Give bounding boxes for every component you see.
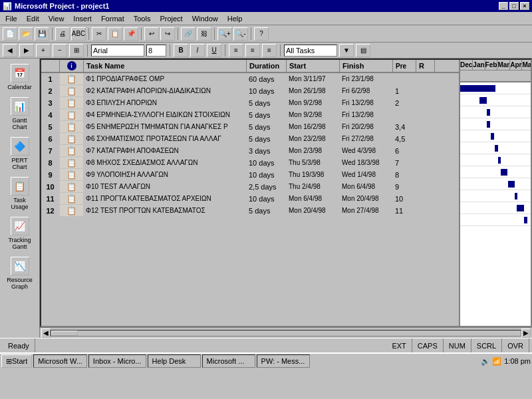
taskbar-clock: 🔊 📶 1:08 pm — [481, 357, 531, 366]
row-finish: Wed 18/3/98 — [340, 157, 393, 168]
taskbar-item-4[interactable]: PW: - Mess... — [257, 354, 310, 368]
menu-format[interactable]: Format — [97, 13, 128, 24]
scroll-right[interactable]: ▶ — [521, 329, 531, 338]
sidebar-item-pert[interactable]: 🔷 PERTChart — [3, 134, 37, 173]
table-row[interactable]: 1 📋 Φ1 ΠΡΟΔΙΑΓΡΑΦΕΣ ΟΜΡ 60 days Mon 3/11… — [41, 73, 459, 85]
row-finish: Mon 27/4/98 — [340, 205, 393, 216]
start-button[interactable]: ⊞ Start — [1, 354, 32, 368]
spell-button[interactable]: ABC — [71, 27, 86, 41]
sidebar-item-resource[interactable]: 📉 ResourceGraph — [3, 254, 37, 293]
scrollbar-thumb[interactable] — [51, 331, 78, 336]
menu-insert[interactable]: Insert — [69, 13, 96, 24]
scrollbar-track[interactable] — [51, 330, 521, 336]
underline-button[interactable]: U — [207, 44, 221, 57]
gantt-row — [460, 154, 531, 166]
copy-button[interactable]: 📋 — [108, 27, 122, 41]
row-start: Thu 5/3/98 — [287, 157, 340, 168]
paste-button[interactable]: 📌 — [124, 27, 138, 41]
row-name: Φ9 ΥΛΟΠΟΙΗΣΗ ΑΛΛΑΓΩΝ — [84, 169, 247, 180]
col-name-header[interactable]: Task Name — [84, 60, 247, 72]
row-res — [416, 85, 435, 96]
table-row[interactable]: 11 📋 Φ11 ΠΡΟΓΤΑ ΚΑΤΕΒΑΣΜΑΤΟΣ ΑΡΧΕΙΩΝ 10 … — [41, 193, 459, 205]
sidebar-item-task-usage[interactable]: 📋 Task Usage — [3, 174, 37, 213]
align-left[interactable]: ≡ — [229, 44, 243, 57]
unlink-button[interactable]: ⛓ — [197, 27, 211, 41]
table-row[interactable]: 12 📋 Φ12 TEST ΠΡΟΓΤΩΝ ΚΑΤΕΒΑΣΜΑΤΟΣ 5 day… — [41, 205, 459, 217]
nav-fwd[interactable]: ▶ — [19, 44, 34, 57]
redo-button[interactable]: ↪ — [160, 27, 175, 41]
menu-file[interactable]: File — [1, 13, 21, 24]
menu-edit[interactable]: Edit — [23, 13, 43, 24]
sidebar-label-tracking: TrackingGantt — [8, 237, 31, 250]
menu-window[interactable]: Window — [188, 13, 222, 24]
table-row[interactable]: 3 📋 Φ3 ΕΠΙΛΥΣΗ ΑΠΟΡΙΩΝ 5 days Mon 9/2/98… — [41, 97, 459, 109]
row-duration: 10 days — [247, 193, 287, 204]
gantt-icon: 📊 — [11, 97, 29, 116]
table-row[interactable]: 9 📋 Φ9 ΥΛΟΠΟΙΗΣΗ ΑΛΛΑΓΩΝ 10 days Thu 19/… — [41, 169, 459, 181]
menu-help[interactable]: Help — [223, 13, 247, 24]
table-row[interactable]: 10 📋 Φ10 TEST ΑΛΛΑΓΩΝ 2,5 days Thu 2/4/9… — [41, 181, 459, 193]
taskbar-item-3[interactable]: Microsoft ... — [202, 354, 255, 368]
nav-back[interactable]: ◀ — [3, 44, 17, 57]
taskbar-item-2[interactable]: Help Desk — [148, 354, 201, 368]
row-start: Mon 9/2/98 — [287, 109, 340, 120]
align-right[interactable]: ≡ — [262, 44, 277, 57]
status-ovr: OVR — [502, 338, 529, 352]
bold-button[interactable]: B — [174, 44, 188, 57]
print-button[interactable]: 🖨 — [55, 27, 70, 41]
gantt-chart-area: DecJanFebMarAprMay — [460, 60, 531, 326]
filter-dropdown[interactable]: ▼ — [339, 44, 354, 57]
zoom-in-button[interactable]: 🔍+ — [217, 27, 232, 41]
zoom-out-button[interactable]: 🔍- — [233, 27, 248, 41]
gantt-bar — [491, 133, 494, 140]
help-button[interactable]: ? — [254, 27, 269, 41]
table-row[interactable]: 8 📋 Φ8 ΜΗΧΟΣ ΣΧΕΔΙΑΣΜΟΣ ΑΛΛΑΓΩΝ 10 days … — [41, 157, 459, 169]
table-row[interactable]: 7 📋 Φ7 ΚΑΤΑΓΡΑΦΗ ΑΠΟΦΑΣΕΩΝ 3 days Mon 2/… — [41, 145, 459, 157]
minimize-button[interactable]: _ — [499, 2, 508, 10]
taskbar-item-1[interactable]: Inbox - Micro... — [88, 354, 146, 368]
row-finish: Fri 27/2/98 — [340, 133, 393, 144]
sidebar-item-tracking[interactable]: 📈 TrackingGantt — [3, 214, 37, 253]
table-row[interactable]: 2 📋 Φ2 ΚΑΤΑΓΡΑΦΗ ΑΠΟΡΙΩΝ-ΔΙΑΔΙΚΑΣΙΩΝ 10 … — [41, 85, 459, 97]
menu-tools[interactable]: Tools — [130, 13, 155, 24]
row-start: Thu 19/3/98 — [287, 169, 340, 180]
row-name: Φ7 ΚΑΤΑΓΡΑΦΗ ΑΠΟΦΑΣΕΩΝ — [84, 145, 247, 156]
table-row[interactable]: 4 📋 Φ4 ΕΡΜΗΝΕΙΑ-ΣΥΛΛΟΓΗ ΕΙΔΙΚΩΝ ΣΤΟΙΧΕΙΩ… — [41, 109, 459, 121]
cut-button[interactable]: ✂ — [92, 27, 106, 41]
link-button[interactable]: 🔗 — [181, 27, 196, 41]
close-button[interactable]: × — [520, 2, 529, 10]
save-button[interactable]: 💾 — [35, 27, 49, 41]
row-res — [416, 121, 435, 132]
maximize-button[interactable]: □ — [509, 2, 519, 10]
undo-button[interactable]: ↩ — [144, 27, 159, 41]
col-start-header[interactable]: Start — [287, 60, 340, 72]
title-controls[interactable]: _ □ × — [499, 2, 529, 10]
sidebar-item-gantt[interactable]: 📊 GanttChart — [3, 94, 37, 133]
row-res — [416, 205, 435, 216]
sidebar-label-gantt: GanttChart — [12, 117, 27, 130]
app-icon: 📊 — [3, 2, 12, 11]
nav-sub[interactable]: − — [53, 44, 67, 57]
align-center[interactable]: ≡ — [245, 44, 260, 57]
taskbar-item-0[interactable]: Microsoft W... — [33, 354, 87, 368]
filter-apply[interactable]: ▤ — [356, 44, 370, 57]
col-dur-header[interactable]: Duration — [247, 60, 287, 72]
open-button[interactable]: 📂 — [19, 27, 33, 41]
scroll-left[interactable]: ◀ — [41, 329, 51, 338]
menu-view[interactable]: View — [45, 13, 68, 24]
sidebar-item-calendar[interactable]: 📅 Calendar — [3, 61, 37, 93]
filter-select[interactable] — [284, 45, 337, 57]
hscrollbar[interactable]: ◀ ▶ — [40, 327, 532, 338]
font-select[interactable] — [91, 45, 144, 57]
new-button[interactable]: 📄 — [3, 27, 17, 41]
italic-button[interactable]: I — [190, 44, 205, 57]
nav-add[interactable]: + — [36, 44, 51, 57]
font-size-select[interactable] — [146, 45, 166, 57]
gantt-row — [460, 82, 531, 94]
table-row[interactable]: 5 📋 Φ5 ΕΝΗΜΕΡΩΣΗ ΤΜΗΜΑΤΩΝ ΓΙΑ ΑΝΑΓΚΕΣ Ρ … — [41, 121, 459, 133]
app-title: Microsoft Project - project1 — [15, 2, 109, 10]
nav-misc[interactable]: ⊞ — [69, 44, 84, 57]
col-finish-header[interactable]: Finish — [340, 60, 393, 72]
menu-project[interactable]: Project — [156, 13, 186, 24]
table-row[interactable]: 6 📋 Φ6 ΣΧΗΜΑΤΙΣΜΟΣ ΠΡΟΤΑΣΕΩΝ ΓΙΑ ΑΛΛΑΓ 5… — [41, 133, 459, 145]
